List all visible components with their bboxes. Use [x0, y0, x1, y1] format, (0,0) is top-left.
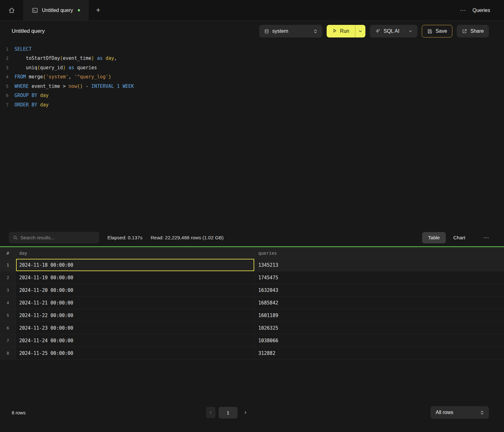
cell-queries[interactable]: 1026325 — [254, 322, 504, 334]
updown-chevron-icon — [314, 29, 317, 34]
share-button[interactable]: Share — [457, 25, 489, 37]
database-icon — [264, 29, 269, 34]
results-table-body: 12024-11-18 00:00:00134521322024-11-19 0… — [0, 259, 504, 360]
table-row[interactable]: 12024-11-18 00:00:001345213 — [0, 259, 504, 271]
cell-queries[interactable]: 1685842 — [254, 297, 504, 309]
elapsed-stat: Elapsed: 0.137s — [107, 235, 142, 241]
results-table-header: # day queries — [0, 247, 504, 259]
line-number: 1 — [0, 47, 14, 52]
chevron-right-icon — [243, 411, 247, 414]
code-line[interactable]: 4FROM merge('system', '^query_log') — [0, 72, 504, 82]
code-line[interactable]: 6GROUP BY day — [0, 91, 504, 100]
cell-day[interactable]: 2024-11-22 00:00:00 — [16, 309, 254, 321]
cell-queries[interactable]: 1745475 — [254, 271, 504, 284]
save-label: Save — [436, 28, 447, 34]
table-row[interactable]: 82024-11-25 00:00:00312882 — [0, 347, 504, 360]
code-line[interactable]: 3 uniq(query_id) as queries — [0, 63, 504, 72]
sparkles-icon — [375, 28, 381, 34]
cell-queries[interactable]: 1345213 — [254, 259, 504, 271]
table-row[interactable]: 52024-11-22 00:00:001601189 — [0, 309, 504, 322]
home-button[interactable] — [0, 0, 24, 20]
cell-day[interactable]: 2024-11-21 00:00:00 — [16, 297, 254, 309]
search-icon — [13, 235, 18, 240]
rows-per-page-value: All rows — [436, 410, 453, 415]
query-stats: Elapsed: 0.137s Read: 22,229,488 rows (1… — [107, 235, 224, 241]
row-index: 2 — [0, 271, 16, 284]
rows-per-page-selector[interactable]: All rows — [431, 406, 489, 419]
results-more-button[interactable]: ⋯ — [483, 234, 490, 241]
database-selector[interactable]: system — [259, 25, 322, 37]
row-index: 5 — [0, 309, 16, 321]
chevron-down-icon — [358, 29, 362, 33]
row-index: 3 — [0, 284, 16, 296]
code-text: SELECT — [14, 46, 32, 52]
code-text: toStartOfDay(event_time) as day, — [14, 55, 117, 61]
toolbar-actions: system Run — [259, 25, 489, 37]
chevron-left-icon — [209, 411, 213, 414]
code-text: ORDER BY day — [14, 102, 49, 108]
row-index: 8 — [0, 347, 16, 359]
line-number: 6 — [0, 93, 14, 98]
sql-editor[interactable]: 1SELECT2 toStartOfDay(event_time) as day… — [0, 42, 504, 229]
column-header-index[interactable]: # — [0, 247, 16, 259]
queries-button[interactable]: Queries — [472, 6, 491, 14]
run-options-button[interactable] — [355, 25, 365, 37]
cell-day[interactable]: 2024-11-25 00:00:00 — [16, 347, 254, 359]
table-row[interactable]: 22024-11-19 00:00:001745475 — [0, 271, 504, 284]
sql-console-app: Untitled query + ⋯ Queries Untitled quer… — [0, 0, 504, 432]
code-text: WHERE event_time > now() - INTERVAL 1 WE… — [14, 83, 134, 89]
previous-page-button[interactable] — [206, 407, 215, 418]
cell-day[interactable]: 2024-11-20 00:00:00 — [16, 284, 254, 296]
row-index: 6 — [0, 322, 16, 334]
home-icon — [9, 7, 15, 14]
code-line[interactable]: 7ORDER BY day — [0, 100, 504, 110]
row-count: 8 rows — [12, 410, 26, 415]
cell-queries[interactable]: 1632043 — [254, 284, 504, 296]
table-row[interactable]: 62024-11-23 00:00:001026325 — [0, 322, 504, 334]
tab-untitled-query[interactable]: Untitled query — [24, 0, 89, 20]
share-label: Share — [470, 28, 484, 34]
chevron-down-icon[interactable] — [404, 29, 412, 33]
run-button-group: Run — [327, 25, 365, 37]
tab-more-button[interactable]: ⋯ — [457, 5, 469, 15]
table-row[interactable]: 42024-11-21 00:00:001685842 — [0, 297, 504, 309]
search-results-box[interactable] — [9, 232, 99, 243]
code-text: FROM merge('system', '^query_log') — [14, 74, 111, 80]
line-number: 7 — [0, 102, 14, 107]
results-footer: 8 rows 1 All rows — [0, 406, 504, 419]
new-tab-button[interactable]: + — [89, 0, 108, 20]
line-number: 3 — [0, 65, 14, 70]
run-button[interactable]: Run — [327, 25, 355, 37]
code-line[interactable]: 5WHERE event_time > now() - INTERVAL 1 W… — [0, 82, 504, 91]
table-row[interactable]: 32024-11-20 00:00:001632043 — [0, 284, 504, 297]
row-index: 7 — [0, 334, 16, 347]
code-text: GROUP BY day — [14, 93, 49, 98]
query-toolbar: Untitled query system Run — [0, 21, 504, 42]
share-icon — [462, 29, 467, 34]
cell-day[interactable]: 2024-11-23 00:00:00 — [16, 322, 254, 334]
column-header-day[interactable]: day — [16, 247, 254, 259]
cell-queries[interactable]: 312882 — [254, 347, 504, 359]
read-stat: Read: 22,229,488 rows (1.02 GB) — [151, 235, 224, 241]
cell-day[interactable]: 2024-11-18 00:00:00 — [16, 259, 254, 271]
table-row[interactable]: 72024-11-24 00:00:001038066 — [0, 334, 504, 347]
updown-chevron-icon — [480, 410, 484, 415]
tab-bar-right: ⋯ Queries — [457, 0, 504, 20]
column-header-queries[interactable]: queries — [254, 247, 504, 259]
code-line[interactable]: 2 toStartOfDay(event_time) as day, — [0, 54, 504, 63]
line-number: 4 — [0, 74, 14, 79]
save-button[interactable]: Save — [422, 25, 452, 37]
cell-queries[interactable]: 1601189 — [254, 309, 504, 321]
next-page-button[interactable] — [241, 407, 250, 418]
sql-ai-button[interactable]: SQL AI — [370, 25, 417, 37]
page-number-button[interactable]: 1 — [219, 407, 238, 418]
database-value: system — [272, 28, 288, 34]
code-line[interactable]: 1SELECT — [0, 44, 504, 54]
unsaved-indicator-dot — [78, 9, 80, 11]
tab-table-view[interactable]: Table — [422, 232, 446, 243]
search-results-input[interactable] — [20, 235, 95, 240]
tab-chart-view[interactable]: Chart — [447, 232, 471, 243]
cell-day[interactable]: 2024-11-19 00:00:00 — [16, 271, 254, 284]
cell-day[interactable]: 2024-11-24 00:00:00 — [16, 334, 254, 347]
cell-queries[interactable]: 1038066 — [254, 334, 504, 347]
